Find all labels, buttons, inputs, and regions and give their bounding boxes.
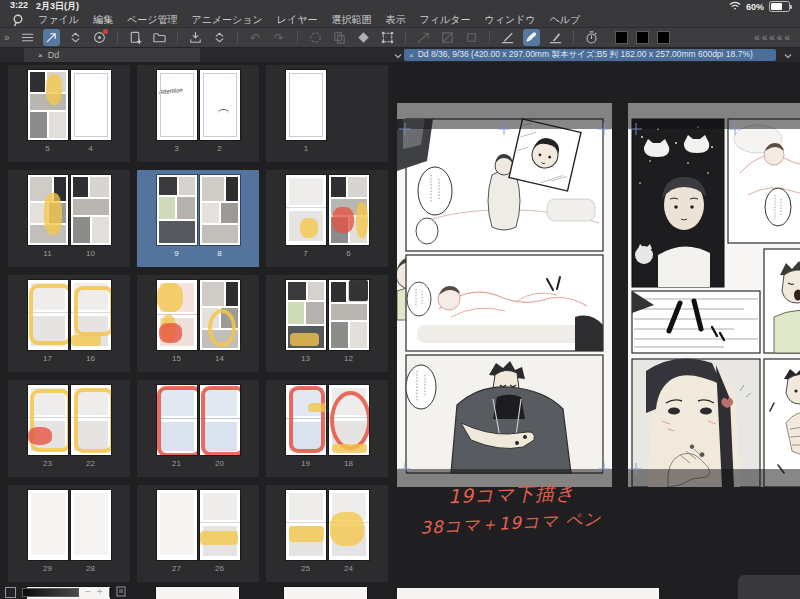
page-thumbnail[interactable]: [329, 385, 369, 455]
menu-item-9[interactable]: ヘルプ: [550, 13, 581, 27]
page-thumbnail[interactable]: [157, 175, 197, 245]
document-tab[interactable]: × Dd 8/36, 9/36 (420.00 x 297.00mm 製本サイズ…: [404, 49, 776, 61]
spread-thumbnail[interactable]: 98: [137, 170, 259, 267]
page-thumbnail[interactable]: [200, 175, 240, 245]
select-fill-icon[interactable]: [439, 29, 456, 46]
page-thumbnail[interactable]: [157, 280, 197, 350]
new-page-icon[interactable]: [127, 29, 144, 46]
manga-page-right[interactable]: [628, 103, 800, 487]
paste-icon[interactable]: [331, 29, 348, 46]
spread-thumbnail[interactable]: 1: [266, 65, 388, 162]
clip-studio-logo-icon[interactable]: [12, 14, 24, 27]
zoom-slider[interactable]: [22, 588, 79, 597]
open-folder-icon[interactable]: [151, 29, 168, 46]
handwritten-note-line2: 38コマ＋19コマ ペン: [420, 507, 603, 539]
manga-page-left[interactable]: [397, 103, 612, 487]
page-thumbnail[interactable]: [28, 175, 68, 245]
menu-item-8[interactable]: ウィンドウ: [484, 13, 535, 27]
close-icon[interactable]: ×: [38, 51, 43, 60]
page-thumbnail[interactable]: [28, 490, 68, 560]
tool-cursor-icon[interactable]: [43, 29, 60, 46]
menu-item-1[interactable]: 編集: [93, 13, 113, 27]
page-thumbnail[interactable]: [157, 385, 197, 455]
page-thumbnail[interactable]: [28, 385, 68, 455]
page-thumbnail[interactable]: [200, 280, 240, 350]
page-thumbnail[interactable]: [157, 490, 197, 560]
page-thumbnail[interactable]: [28, 280, 68, 350]
zoom-out-button[interactable]: −: [85, 587, 91, 597]
zoom-in-button[interactable]: +: [97, 587, 103, 597]
redo-icon[interactable]: ↷: [271, 29, 288, 46]
page-thumbnail[interactable]: [28, 70, 68, 140]
export-tray-icon[interactable]: [187, 29, 204, 46]
canvas-area[interactable]: 19コマ下描き 38コマ＋19コマ ペン: [393, 62, 800, 599]
menu-item-2[interactable]: ページ管理: [127, 13, 177, 27]
asset-library-icon[interactable]: [91, 29, 108, 46]
collapse-right-icon[interactable]: «««««: [754, 32, 796, 43]
single-page-view-icon[interactable]: [116, 586, 126, 599]
chevron-updown-icon[interactable]: [211, 29, 228, 46]
auto-action-timer-icon[interactable]: [583, 29, 600, 46]
color-swatch-2[interactable]: [657, 31, 670, 44]
page-thumbnail[interactable]: [329, 490, 369, 560]
main-menu-icon[interactable]: [19, 29, 36, 46]
close-icon[interactable]: ×: [409, 51, 414, 60]
page-thumbnail[interactable]: [71, 70, 111, 140]
spread-thumbnail[interactable]: 76: [266, 170, 388, 267]
pen-line-icon[interactable]: [547, 29, 564, 46]
menu-item-5[interactable]: 選択範囲: [332, 13, 372, 27]
page-thumbnail[interactable]: [286, 490, 326, 560]
spread-thumbnail[interactable]: 1716: [8, 275, 130, 372]
partial-spread-thumbnail[interactable]: [284, 587, 367, 599]
page-thumbnail[interactable]: [200, 385, 240, 455]
menu-item-3[interactable]: アニメーション: [191, 13, 262, 27]
menu-item-6[interactable]: 表示: [386, 13, 406, 27]
ruler-pen-icon[interactable]: [499, 29, 516, 46]
transform-frame-icon[interactable]: [379, 29, 396, 46]
thumbnail-size-icon[interactable]: [5, 587, 16, 598]
page-thumbnail[interactable]: [329, 280, 369, 350]
page-thumbnail[interactable]: [71, 175, 111, 245]
spread-thumbnail[interactable]: 2524: [266, 485, 388, 582]
collapse-left-icon[interactable]: »: [4, 32, 10, 43]
page-thumbnail[interactable]: [71, 385, 111, 455]
spread-thumbnail[interactable]: 2120: [137, 380, 259, 477]
color-swatch-0[interactable]: [615, 31, 628, 44]
eraser-icon[interactable]: [355, 29, 372, 46]
spread-thumbnail[interactable]: 1312: [266, 275, 388, 372]
page-thumbnail[interactable]: [71, 490, 111, 560]
spread-thumbnail[interactable]: 2322: [8, 380, 130, 477]
select-line-icon[interactable]: [415, 29, 432, 46]
page-thumbnail[interactable]: [200, 70, 240, 140]
stamp-icon[interactable]: [463, 29, 480, 46]
toolbar-separator: [237, 31, 238, 44]
page-thumbnail[interactable]: Attention: [157, 70, 197, 140]
page-thumbnail[interactable]: [329, 175, 369, 245]
spread-thumbnail[interactable]: 1918: [266, 380, 388, 477]
chevron-down-icon[interactable]: [784, 51, 792, 61]
spread-thumbnail[interactable]: 54: [8, 65, 130, 162]
chevron-down-icon[interactable]: [394, 51, 402, 61]
page-thumbnail[interactable]: [200, 490, 240, 560]
spinner-icon[interactable]: [307, 29, 324, 46]
page-manager-tab[interactable]: × Dd: [24, 48, 200, 62]
spread-thumbnail[interactable]: 2726: [137, 485, 259, 582]
page-number: 22: [71, 459, 111, 468]
menu-item-0[interactable]: ファイル: [38, 13, 79, 27]
page-thumbnail[interactable]: [286, 175, 326, 245]
color-swatch-1[interactable]: [636, 31, 649, 44]
chevron-updown-icon[interactable]: [67, 29, 84, 46]
undo-icon[interactable]: ↶: [247, 29, 264, 46]
page-number: 10: [71, 249, 111, 258]
menu-item-7[interactable]: フィルター: [420, 13, 471, 27]
spread-thumbnail[interactable]: 1110: [8, 170, 130, 267]
page-thumbnail[interactable]: [286, 70, 326, 140]
page-thumbnail[interactable]: [286, 385, 326, 455]
spread-thumbnail[interactable]: 1514: [137, 275, 259, 372]
spread-thumbnail[interactable]: Attention32: [137, 65, 259, 162]
spread-thumbnail[interactable]: 2928: [8, 485, 130, 582]
brush-icon[interactable]: [523, 29, 540, 46]
page-thumbnail[interactable]: [286, 280, 326, 350]
menu-item-4[interactable]: レイヤー: [277, 13, 318, 27]
page-thumbnail[interactable]: [71, 280, 111, 350]
